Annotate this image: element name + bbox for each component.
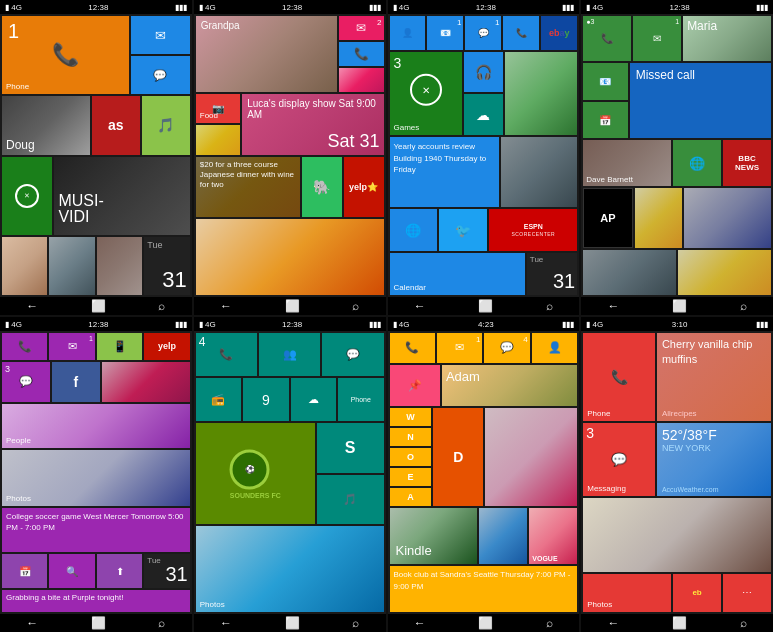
tile-p4-s1[interactable]: ✉ 1: [633, 16, 681, 61]
ie-tile-p4[interactable]: 🌐: [673, 140, 721, 185]
missed-call-tile[interactable]: Missed call: [630, 63, 771, 138]
phone-tile-p4[interactable]: 📞 ●3: [583, 16, 631, 61]
phone-label-tile[interactable]: Phone: [338, 378, 383, 421]
tile-p3-1[interactable]: 👤: [390, 16, 426, 50]
photo-tile-2[interactable]: [97, 237, 142, 296]
calendar-tile-p3[interactable]: Calendar: [390, 253, 525, 295]
letter-last-tile[interactable]: A: [390, 488, 432, 506]
people-tile[interactable]: People: [2, 404, 190, 449]
photos-tile-p8[interactable]: Photos: [583, 574, 671, 612]
book-club-tile[interactable]: Book club at Sandra's Seattle Thursday 7…: [390, 566, 578, 612]
email-tile-p4[interactable]: 📧: [583, 63, 627, 100]
twenty-dollars-tile[interactable]: $20 for a three course Japanese dinner w…: [196, 157, 300, 218]
phone-tile-p5[interactable]: 📞: [2, 333, 47, 360]
letter-r-tile[interactable]: O: [390, 448, 432, 466]
tile-p2-s2[interactable]: 📞: [339, 42, 383, 66]
mail-tile-p7[interactable]: ✉ 1: [437, 333, 482, 363]
message-tile-p7[interactable]: 💬 4: [484, 333, 529, 363]
yearly-review-tile[interactable]: Yearly accounts review Building 1940 Thu…: [390, 137, 500, 207]
bbc-tile[interactable]: BBCNEWS: [723, 140, 771, 185]
spotify-tile[interactable]: 🎵: [142, 96, 190, 155]
yelp-tile-p5[interactable]: yelp: [144, 333, 189, 360]
music-tile-p6[interactable]: 🎵: [317, 475, 384, 524]
maria-tile[interactable]: Maria: [683, 16, 771, 61]
phone-tile-p6[interactable]: 📞 4: [196, 333, 257, 376]
mail-tile-p5[interactable]: ✉ 1: [49, 333, 94, 360]
photo-tile-1[interactable]: [49, 237, 94, 296]
kid-photo-tile[interactable]: [196, 219, 384, 295]
vogue-tile[interactable]: VOGUE: [529, 508, 577, 565]
dave-barnett-tile[interactable]: Dave Barnett: [583, 140, 671, 185]
water-photo-tile[interactable]: Photos: [196, 526, 384, 612]
num9-tile[interactable]: 9: [243, 378, 288, 421]
cherry-vanilla-tile[interactable]: Cherry vanilla chip muffins Allrecipes: [657, 333, 771, 421]
message-tile-p5[interactable]: 💬 3: [2, 362, 50, 402]
pin-tile[interactable]: 📌: [390, 365, 440, 406]
phone-tile-p7[interactable]: 📞: [390, 333, 435, 363]
more-tile-p8[interactable]: ⋯: [723, 574, 771, 612]
silhouette-tile[interactable]: [479, 508, 527, 565]
phone-tile[interactable]: 1 📞 Phone: [2, 16, 129, 94]
cloud2-tile[interactable]: ☁: [291, 378, 336, 421]
tile-p3-3[interactable]: 💬 1: [465, 16, 501, 50]
cartoon-tile[interactable]: [635, 188, 682, 248]
yelp-tile[interactable]: yelp⭐: [344, 157, 384, 218]
tile-p3-2[interactable]: 📧 1: [427, 16, 463, 50]
dog-photo-tile[interactable]: [583, 498, 771, 571]
tile-p3-4[interactable]: 📞: [503, 16, 539, 50]
weather-tile[interactable]: 52°/38°F NEW YORK AccuWeather.com: [657, 423, 771, 496]
xbox-games-tile[interactable]: ✕ Games 3: [390, 52, 463, 136]
tile-p5-b2[interactable]: 🔍: [49, 554, 94, 587]
message-tile-p6[interactable]: 💬: [322, 333, 383, 376]
messaging-tile-p8[interactable]: 💬 3 Messaging: [583, 423, 655, 496]
tile-p2-s1[interactable]: ✉ 2: [339, 16, 383, 40]
snowboard-tile[interactable]: [684, 188, 771, 248]
ebay-tile[interactable]: ebay: [541, 16, 577, 50]
wedding-tile[interactable]: [485, 408, 577, 506]
xbox-tile[interactable]: ✕: [2, 157, 52, 235]
adam-tile[interactable]: Adam: [442, 365, 577, 406]
calendar-tile-p4[interactable]: 📅: [583, 102, 627, 139]
message-tile-2[interactable]: 💬: [131, 56, 190, 94]
twitter-tile[interactable]: 🐦: [439, 209, 487, 251]
date-tile-p3[interactable]: Tue 31: [527, 253, 577, 295]
luca-display-tile[interactable]: Luca's display show Sat 9:00 AM Sat 31: [242, 94, 383, 155]
tile-p2-s3[interactable]: [339, 68, 383, 92]
doug-tile[interactable]: Doug: [2, 96, 90, 155]
headphone-tile[interactable]: 🎧: [464, 52, 503, 93]
skype-tile-p6[interactable]: S: [317, 423, 384, 472]
letter-d-tile[interactable]: E: [390, 468, 432, 486]
letter-o-tile[interactable]: N: [390, 428, 432, 446]
cloud-tile[interactable]: ☁: [464, 94, 503, 135]
plants-tile[interactable]: [505, 52, 578, 136]
contacts-tile-p7[interactable]: 👤: [532, 333, 577, 363]
ap-tile[interactable]: AP: [583, 188, 632, 248]
ie-tile[interactable]: 🌐: [390, 209, 438, 251]
espn-tile[interactable]: ESPNSCORECENTER: [489, 209, 577, 251]
letter-w-tile[interactable]: W: [390, 408, 432, 426]
evernote-tile[interactable]: 🐘: [302, 157, 342, 218]
photos-tile-p5[interactable]: Photos: [2, 450, 190, 506]
message-tile-1[interactable]: ✉: [131, 16, 190, 54]
grandpa-tile[interactable]: Grandpa: [196, 16, 337, 92]
photo-tile-p5[interactable]: [102, 362, 190, 402]
d-tile[interactable]: D: [433, 408, 483, 506]
tile-p5-b3[interactable]: ⬆: [97, 554, 142, 587]
monument-tile[interactable]: [583, 250, 676, 295]
people-tile-p6[interactable]: 👥: [259, 333, 320, 376]
food-tile[interactable]: 📷 Food: [196, 94, 240, 123]
phone-tile-p8[interactable]: 📞 Phone: [583, 333, 655, 421]
date-tile-1[interactable]: Tue 31: [144, 237, 189, 296]
groupon-tile[interactable]: [196, 125, 240, 154]
tile-p5-b1[interactable]: 📅: [2, 554, 47, 587]
zombie-tile[interactable]: [501, 137, 577, 207]
voicemail-tile[interactable]: 📻: [196, 378, 241, 421]
facebook-tile[interactable]: f: [52, 362, 100, 402]
diver-tile[interactable]: [678, 250, 771, 295]
date-tile-p5[interactable]: Tue 31: [144, 554, 189, 587]
grabbing-tile[interactable]: Grabbing a bite at Purple tonight!: [2, 590, 190, 612]
college-soccer-tile[interactable]: College soccer game West Mercer Tomorrow…: [2, 508, 190, 553]
animal-tile[interactable]: [2, 237, 47, 296]
whatsapp-tile[interactable]: 📱: [97, 333, 142, 360]
lastfm-tile[interactable]: as: [92, 96, 140, 155]
